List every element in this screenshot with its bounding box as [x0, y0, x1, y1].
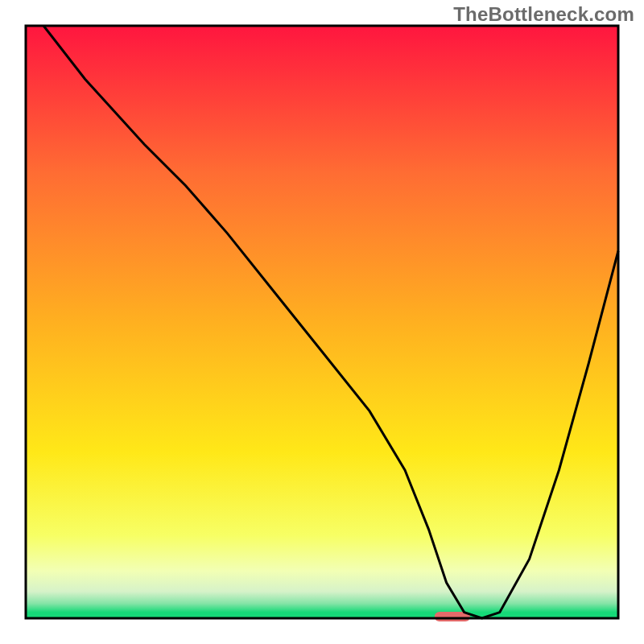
plot-background [26, 26, 618, 618]
chart-stage: TheBottleneck.com [0, 0, 644, 644]
watermark-text: TheBottleneck.com [453, 3, 634, 26]
bottleneck-chart [0, 0, 644, 644]
